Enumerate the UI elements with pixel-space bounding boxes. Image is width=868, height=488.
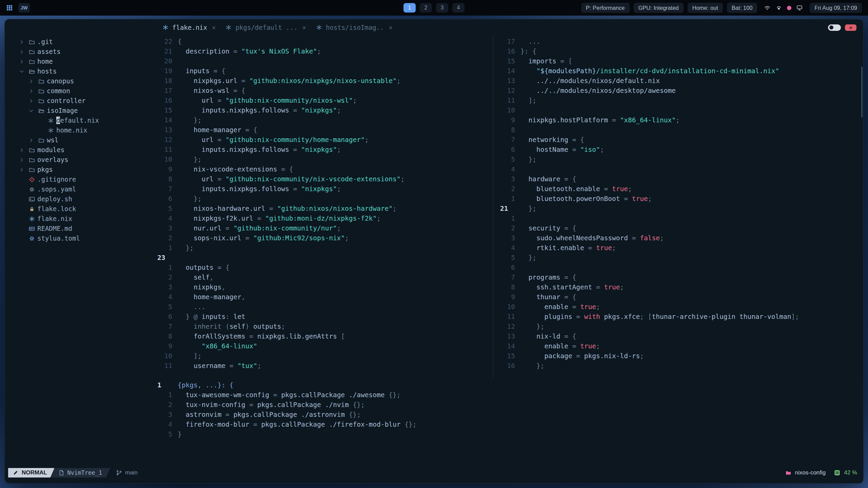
code-line: 11 inputs.nixpkgs.follows = "nixpkgs";	[155, 145, 493, 155]
line-number: 13	[155, 125, 172, 135]
chevron-spacer	[17, 196, 26, 203]
line-number: 16	[498, 361, 515, 371]
scroll-label: 42 %	[844, 469, 857, 476]
editor-split-flake-nix[interactable]: 22{21 description = "tux's NixOS Flake";…	[155, 36, 493, 378]
line-number: 21	[155, 46, 172, 56]
tree-item-isoimage[interactable]: isoImage	[5, 106, 155, 116]
tree-item-stylua-toml[interactable]: stylua.toml	[5, 233, 155, 243]
accent-dot-icon[interactable]	[787, 6, 791, 10]
code-line: 4 home-manager,	[155, 292, 493, 302]
tree-item-assets[interactable]: assets	[5, 47, 155, 57]
code-text: home-manager = {	[178, 125, 257, 135]
workspace-button-1[interactable]: 1	[403, 3, 416, 13]
code-text: };	[178, 243, 194, 253]
tab-close-icon[interactable]: ×	[212, 24, 216, 31]
mode-label: NORMAL	[22, 469, 47, 476]
paw-icon[interactable]	[775, 4, 782, 11]
wifi-icon[interactable]	[764, 4, 771, 11]
code-text: inputs.nixpkgs.follows = "nixpkgs";	[178, 145, 341, 155]
window-controls: ×	[828, 24, 863, 31]
tree-item-controller[interactable]: controller	[5, 96, 155, 106]
folder-icon	[36, 88, 47, 95]
workspace-button-2[interactable]: 2	[420, 3, 432, 13]
code-line: 3 nur.url = "github:nix-community/nur";	[155, 223, 493, 233]
line-number: 8	[498, 125, 515, 135]
git-icon	[26, 176, 37, 183]
code-text: enable = true;	[520, 302, 600, 312]
tree-item--git[interactable]: .git	[5, 37, 155, 47]
code-text: }: {	[520, 46, 536, 56]
tree-item-default-nix[interactable]: default.nix	[5, 116, 155, 125]
tree-item-overlays[interactable]: overlays	[5, 155, 155, 165]
tree-item-deploy-sh[interactable]: deploy.sh	[5, 194, 155, 204]
workspace-button-4[interactable]: 4	[452, 3, 465, 13]
code-line: 18 nixpkgs.url = "github:nixos/nixpkgs/n…	[155, 76, 493, 86]
code-text: }	[178, 429, 182, 439]
tree-item-label: canopus	[47, 76, 74, 86]
code-line: 8	[498, 125, 863, 135]
code-line: 9 thunar = {	[498, 292, 863, 302]
tab-hosts-isoimag-[interactable]: hosts/isoImag..×	[311, 19, 397, 36]
tree-item-home[interactable]: home	[5, 57, 155, 66]
window-close-button[interactable]: ×	[845, 24, 856, 31]
code-text: package = pkgs.nix-ld-rs;	[520, 351, 644, 361]
tab-close-icon[interactable]: ×	[389, 24, 392, 31]
tree-item-flake-lock[interactable]: flake.lock	[5, 204, 155, 214]
tab-pkgs-default-[interactable]: pkgs/default ...×	[220, 19, 311, 36]
line-number: 11	[498, 312, 515, 322]
code-line: 3 sudo.wheelNeedsPassword = false;	[498, 233, 863, 243]
code-line: 10 };	[155, 155, 493, 164]
tree-item-canopus[interactable]: canopus	[5, 76, 155, 86]
code-text: ...	[520, 37, 540, 46]
code-text: };	[520, 361, 544, 371]
folder-icon	[26, 166, 37, 173]
editor-area: 22{21 description = "tux's NixOS Flake";…	[155, 36, 863, 468]
scrollbar-thumb[interactable]	[861, 67, 863, 118]
tree-item-label: .git	[37, 37, 53, 47]
status-pill-1: GPU: Integrated	[634, 3, 684, 13]
line-number: 14	[498, 341, 515, 351]
tree-item-common[interactable]: common	[5, 86, 155, 96]
code-text: inputs = {	[178, 66, 225, 76]
window-manager-logo[interactable]: JW	[18, 3, 30, 13]
code-text: ../../modules/nixos/default.nix	[520, 76, 660, 86]
tree-item-hosts[interactable]: hosts	[5, 66, 155, 76]
status-pill-3: Bat: 100	[727, 3, 757, 13]
tree-item-home-nix[interactable]: home.nix	[5, 125, 155, 135]
workspace-button-3[interactable]: 3	[436, 3, 448, 13]
display-icon[interactable]	[796, 4, 803, 11]
line-number: 12	[155, 135, 172, 145]
tree-item-modules[interactable]: modules	[5, 145, 155, 155]
status-pills: P: PerformanceGPU: IntegratedHome: outBa…	[581, 3, 757, 13]
tab-close-icon[interactable]: ×	[302, 24, 306, 31]
tree-item-readme-md[interactable]: README.md	[5, 224, 155, 233]
tab-flake-nix[interactable]: flake.nix×	[157, 19, 220, 36]
tree-item-pkgs[interactable]: pkgs	[5, 165, 155, 175]
code-text: rtkit.enable = true;	[520, 243, 616, 253]
tree-item-flake-nix[interactable]: flake.nix	[5, 214, 155, 224]
folder-icon	[36, 78, 47, 85]
tabline: flake.nix×pkgs/default ...×hosts/isoImag…	[5, 19, 863, 36]
line-number: 5	[498, 253, 515, 263]
topbar-left: JW	[6, 3, 30, 13]
system-tray	[764, 4, 803, 11]
tree-item-label: stylua.toml	[37, 233, 80, 243]
code-text: };	[520, 204, 536, 214]
editor-split-pkgs-default-nix[interactable]: 1{pkgs, ...}: {1 tux-awesome-wm-config =…	[155, 378, 863, 468]
tree-item--sops-yaml[interactable]: .sops.yaml	[5, 184, 155, 194]
tab-label: hosts/isoImag..	[326, 24, 384, 31]
project-folder-icon	[785, 469, 792, 476]
mode-indicator: NORMAL	[8, 468, 55, 477]
tree-item--gitignore[interactable]: .gitignore	[5, 175, 155, 184]
code-text: hostName = "iso";	[520, 145, 604, 155]
line-number: 1	[155, 390, 172, 400]
editor-split-iso-default-nix[interactable]: 17 ...16}: {15 imports = [14 "${modulesP…	[493, 36, 863, 378]
tree-item-wsl[interactable]: wsl	[5, 135, 155, 145]
line-number: 9	[498, 292, 515, 302]
nvimtree-panel[interactable]: .gitassetshomehostscanopuscommoncontroll…	[5, 36, 155, 468]
code-line: 15 inputs.nixpkgs.follows = "nixpkgs";	[155, 105, 493, 115]
toggle-switch-icon[interactable]	[828, 24, 841, 31]
app-launcher-icon[interactable]	[6, 4, 13, 11]
code-line: 1 };	[155, 243, 493, 253]
line-number: 3	[155, 410, 172, 420]
